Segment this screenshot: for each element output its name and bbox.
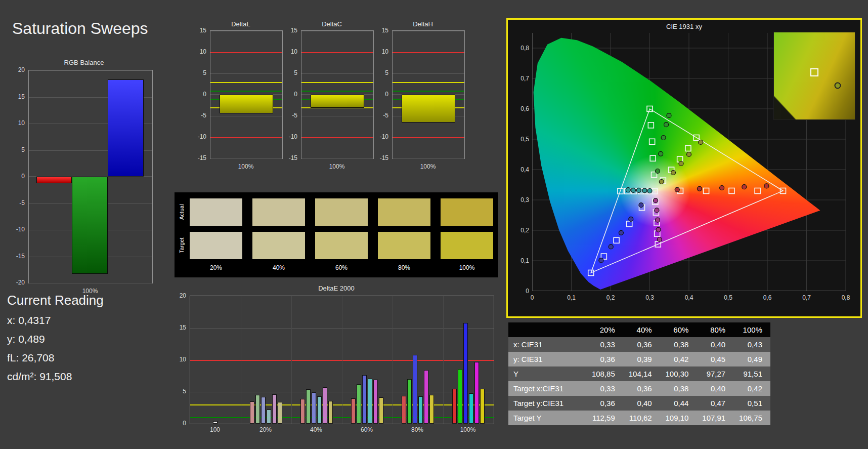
reference-line bbox=[393, 91, 464, 92]
y-tick-label: 0 bbox=[375, 91, 388, 98]
value-cell: 0,44 bbox=[660, 399, 697, 407]
deltae-bar bbox=[351, 398, 356, 424]
measured-dot-magenta bbox=[656, 218, 660, 222]
value-cell: 106,75 bbox=[733, 414, 770, 422]
reference-line bbox=[393, 52, 464, 53]
group-divider bbox=[393, 296, 393, 424]
reference-line bbox=[393, 82, 464, 83]
measured-dot-red bbox=[697, 186, 702, 191]
table-row: x: CIE310,330,360,380,400,43 bbox=[508, 337, 770, 352]
measured-dot-blue bbox=[599, 258, 603, 263]
deltae-bar bbox=[413, 355, 417, 424]
gridline bbox=[210, 116, 282, 116]
measured-dot-red bbox=[764, 184, 769, 188]
target-square-red bbox=[755, 188, 760, 194]
y-axis: 151050-5-10-15 bbox=[196, 30, 209, 158]
deltae-bar bbox=[357, 384, 361, 424]
gridline bbox=[393, 73, 464, 74]
value-cell: 110,62 bbox=[623, 414, 660, 422]
value-cell: 107,91 bbox=[697, 414, 733, 422]
deltae-bar bbox=[458, 369, 462, 424]
target-square-yellow bbox=[685, 146, 691, 151]
deltae-bar bbox=[328, 401, 333, 424]
reference-line bbox=[210, 82, 282, 83]
saturation-sweeps-screen: Saturation Sweeps RGB Balance 20151050-5… bbox=[0, 0, 868, 449]
value-cell: 104,14 bbox=[623, 370, 660, 378]
y-tick-label: 10 bbox=[284, 48, 297, 55]
y-tick-label: 15 bbox=[172, 324, 186, 331]
current-reading: Current Reading x: 0,4317 y: 0,489 fL: 2… bbox=[7, 293, 104, 389]
inset-measured-dot bbox=[835, 82, 841, 89]
rgb-balance-title: RGB Balance bbox=[10, 59, 158, 66]
y-tick-label: -15 bbox=[375, 154, 388, 161]
deltae-bar bbox=[261, 397, 266, 424]
y-tick-label: 0,7 bbox=[510, 75, 529, 82]
delta-chart-title: DeltaH bbox=[378, 20, 468, 28]
y-tick-label: -10 bbox=[8, 226, 25, 233]
y-tick-label: 5 bbox=[375, 69, 388, 76]
cie1931-chart: CIE 1931 xy 00,10,20,30,40,50,60,70,800,… bbox=[506, 18, 862, 318]
measured-dot-magenta bbox=[656, 227, 661, 232]
value-cell: 0,33 bbox=[586, 384, 623, 393]
group-divider bbox=[291, 296, 292, 424]
y-tick-label: -10 bbox=[375, 133, 388, 140]
group-divider bbox=[342, 296, 342, 424]
measured-dot-green bbox=[656, 169, 660, 174]
y-tick-label: -5 bbox=[375, 112, 388, 119]
deltae-bar bbox=[312, 392, 316, 424]
value-cell: 97,27 bbox=[697, 370, 733, 378]
header-cell: 80% bbox=[697, 325, 733, 334]
value-cell: 0,40 bbox=[623, 399, 660, 407]
gridline bbox=[29, 283, 152, 283]
actual-swatch bbox=[252, 198, 305, 226]
row-label: y: CIE31 bbox=[508, 355, 586, 363]
swatch-column-label: 40% bbox=[252, 264, 305, 271]
value-cell: 0,42 bbox=[660, 355, 697, 363]
swatch-column-label: 20% bbox=[190, 264, 242, 271]
swatch-column-label: 60% bbox=[315, 264, 368, 271]
value-cell: 0,49 bbox=[733, 355, 770, 363]
deltae-bar bbox=[469, 393, 473, 424]
actual-swatch bbox=[190, 198, 242, 226]
deltae-bar bbox=[474, 362, 479, 424]
measured-dot-red bbox=[675, 187, 679, 192]
reference-line bbox=[301, 82, 373, 83]
value-cell: 0,43 bbox=[733, 340, 770, 349]
reference-line bbox=[301, 52, 373, 53]
y-tick-label: 0 bbox=[284, 91, 297, 98]
current-reading-heading: Current Reading bbox=[7, 293, 104, 308]
plot-area bbox=[210, 30, 283, 159]
cie-data-table: 20%40%60%80%100%x: CIE310,330,360,380,40… bbox=[508, 322, 770, 425]
x-tick-label: 0,7 bbox=[802, 294, 811, 301]
header-cell: 20% bbox=[586, 325, 623, 334]
value-cell: 0,47 bbox=[697, 399, 733, 407]
group-divider bbox=[241, 296, 241, 424]
deltae-bar bbox=[323, 387, 327, 424]
y-tick-label: -15 bbox=[8, 253, 25, 260]
x-tick-label: 0 bbox=[531, 294, 534, 301]
y-tick-label: -20 bbox=[8, 279, 25, 286]
deltae-bar bbox=[418, 396, 423, 424]
value-cell: 0,36 bbox=[623, 340, 660, 349]
x-tick-label: 0,6 bbox=[763, 294, 772, 301]
y-tick-label: 0 bbox=[8, 173, 25, 180]
target-square-green bbox=[649, 139, 655, 144]
gamut-triangle bbox=[591, 109, 783, 273]
rgb-balance-y-axis: 20151050-5-10-15-20 bbox=[10, 70, 27, 282]
deltae-plot bbox=[190, 296, 494, 424]
y-tick-label: 5 bbox=[8, 146, 25, 153]
row-label: Target Y bbox=[508, 414, 586, 422]
gridline bbox=[210, 73, 282, 74]
measured-dot-blue bbox=[629, 217, 633, 221]
delta-chart-deltah: DeltaH151050-5-10-15100% bbox=[378, 20, 468, 171]
y-tick-label: 0,5 bbox=[510, 136, 529, 143]
group-divider bbox=[443, 296, 444, 424]
deltae-bar bbox=[250, 401, 254, 424]
value-cell: 109,10 bbox=[660, 414, 697, 422]
row-label: Target y:CIE31 bbox=[508, 399, 586, 407]
red-bar bbox=[36, 177, 72, 183]
deltae-bar bbox=[373, 380, 378, 424]
y-tick-label: 15 bbox=[375, 27, 388, 34]
measured-dot-blue bbox=[619, 230, 623, 235]
y-tick-label: -5 bbox=[284, 112, 297, 119]
